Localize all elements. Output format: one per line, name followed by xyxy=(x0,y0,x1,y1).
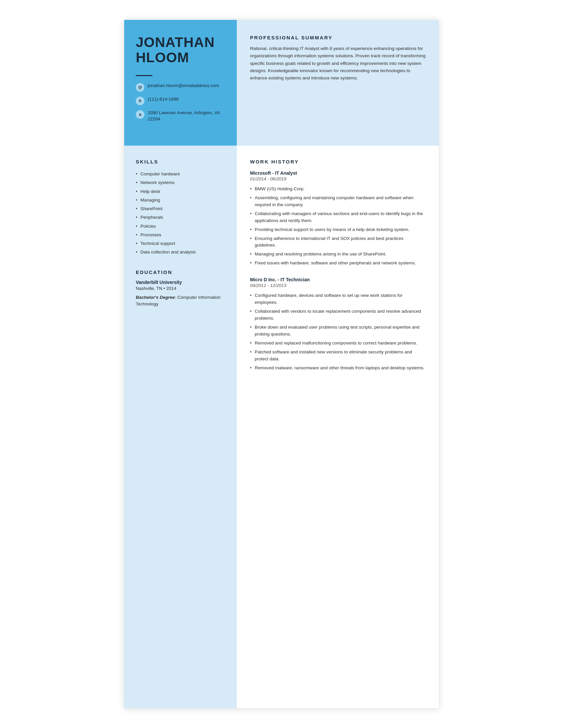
name-divider xyxy=(136,75,152,76)
resume: JONATHAN HLOOM @ jonathan.hloom@emailadd… xyxy=(124,20,439,708)
edu-school: Vanderbilt University xyxy=(136,280,225,285)
job-dates: 04/2011 - 12/2013 xyxy=(250,283,426,288)
skill-item: Data collection and analysis xyxy=(136,248,225,256)
top-section: JONATHAN HLOOM @ jonathan.hloom@emailadd… xyxy=(124,20,439,146)
skill-item: Help desk xyxy=(136,187,225,196)
skill-item: Policies xyxy=(136,222,225,231)
contact-address: a 3390 Lawman Avenue, Arlington, VA 2220… xyxy=(136,110,225,122)
duty-item: Providing technical support to users by … xyxy=(250,225,426,234)
contact-list: @ jonathan.hloom@emailaddress.com h (111… xyxy=(136,83,225,122)
work-title: WORK HISTORY xyxy=(250,159,426,164)
header-right: PROFESSIONAL SUMMARY Rational, critical-… xyxy=(237,20,439,146)
work-history-section: WORK HISTORY Microsoft - IT Analyst01/20… xyxy=(237,146,439,708)
job-company: Micro D Inc. xyxy=(250,277,276,282)
bottom-section: SKILLS Computer hardwareNetwork systemsH… xyxy=(124,146,439,708)
contact-email: @ jonathan.hloom@emailaddress.com xyxy=(136,83,225,92)
sidebar: SKILLS Computer hardwareNetwork systemsH… xyxy=(124,146,237,708)
skills-title: SKILLS xyxy=(136,159,225,164)
header-left: JONATHAN HLOOM @ jonathan.hloom@emailadd… xyxy=(124,20,237,146)
education-title: EDUCATION xyxy=(136,269,225,275)
name-block: JONATHAN HLOOM xyxy=(136,35,225,65)
duty-item: Collaborating with managers of various s… xyxy=(250,209,426,225)
job-dates: 01/2014 - 06/2019 xyxy=(250,176,426,181)
skill-item: Peripherals xyxy=(136,213,225,222)
duty-item: Removed and replaced malfunctioning comp… xyxy=(250,339,426,348)
job-header: Micro D Inc. - IT Technician xyxy=(250,277,426,282)
skill-item: Technical support xyxy=(136,239,225,248)
skill-item: Processes xyxy=(136,231,225,239)
address-text: 3390 Lawman Avenue, Arlington, VA 22204 xyxy=(148,110,225,122)
email-text: jonathan.hloom@emailaddress.com xyxy=(148,83,219,89)
duty-item: Managing and resolving problems arising … xyxy=(250,250,426,259)
phone-text: (111)-614-1688 xyxy=(148,96,178,103)
job-duties: BMW (US) Holding Corp.Assembling, config… xyxy=(250,185,426,268)
duty-item: Ensuring adherence to international IT a… xyxy=(250,234,426,250)
duty-item: Collaborated with vendors to locate repl… xyxy=(250,307,426,323)
degree-label: Bachelor's Degree xyxy=(136,295,175,300)
email-icon: @ xyxy=(136,83,144,92)
jobs-container: Microsoft - IT Analyst01/2014 - 06/2019B… xyxy=(250,170,426,372)
job-role: IT Analyst xyxy=(275,170,297,176)
skill-item: Managing xyxy=(136,196,225,205)
duty-item: Fixed issues with hardware, software and… xyxy=(250,259,426,268)
first-name: JONATHAN xyxy=(136,35,225,50)
address-icon: a xyxy=(136,110,144,119)
job-entry: Microsoft - IT Analyst01/2014 - 06/2019B… xyxy=(250,170,426,268)
skills-list: Computer hardwareNetwork systemsHelp des… xyxy=(136,170,225,257)
job-header: Microsoft - IT Analyst xyxy=(250,170,426,176)
job-duties: Configured hardware, devices and softwar… xyxy=(250,291,426,372)
skill-item: Network systems xyxy=(136,178,225,187)
skill-item: SharePoint xyxy=(136,205,225,213)
duty-item: Patched software and installed new versi… xyxy=(250,348,426,364)
duty-item: Broke down and evaluated user problems u… xyxy=(250,323,426,339)
edu-degree: Bachelor's Degree: Computer Information … xyxy=(136,294,225,308)
duty-item: Assembling, configuring and maintaining … xyxy=(250,194,426,209)
summary-title: PROFESSIONAL SUMMARY xyxy=(250,35,426,40)
skill-item: Computer hardware xyxy=(136,170,225,178)
phone-icon: h xyxy=(136,97,144,105)
job-company: Microsoft xyxy=(250,170,271,176)
duty-item: BMW (US) Holding Corp. xyxy=(250,185,426,194)
summary-text: Rational, critical-thinking IT Analyst w… xyxy=(250,45,426,82)
job-role: IT Technician xyxy=(280,277,310,282)
last-name: HLOOM xyxy=(136,50,225,65)
contact-phone: h (111)-614-1688 xyxy=(136,96,225,105)
edu-location: Nashville, TN • 2014 xyxy=(136,286,225,291)
job-entry: Micro D Inc. - IT Technician04/2011 - 12… xyxy=(250,277,426,372)
duty-item: Removed malware, ransomware and other th… xyxy=(250,364,426,373)
duty-item: Configured hardware, devices and softwar… xyxy=(250,291,426,307)
